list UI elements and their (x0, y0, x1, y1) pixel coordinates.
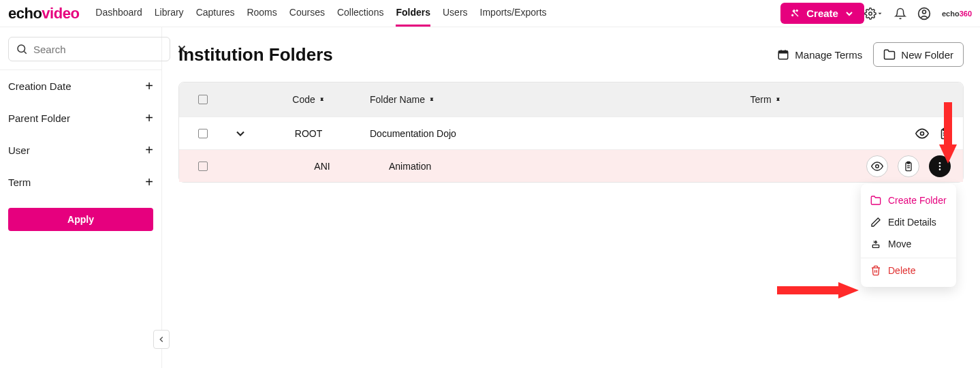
filter-label: Parent Folder (8, 112, 70, 124)
filter-parent-folder[interactable]: Parent Folder + (0, 102, 161, 134)
filter-creation-date[interactable]: Creation Date + (0, 70, 161, 102)
menu-label: Move (888, 239, 911, 249)
cell-code: ANI (261, 161, 356, 172)
more-vertical-icon (934, 161, 945, 172)
row-checkbox[interactable] (198, 162, 208, 171)
new-folder-button[interactable]: New Folder (873, 42, 964, 67)
nav-collections[interactable]: Collections (337, 0, 383, 27)
main-header: Institution Folders Manage Terms New Fol… (178, 42, 964, 67)
annotation-arrow-right-icon (777, 281, 859, 300)
nav-library[interactable]: Library (155, 0, 184, 27)
search-box[interactable] (8, 37, 170, 61)
create-button[interactable]: Create (780, 3, 864, 24)
filter-term[interactable]: Term + (0, 166, 161, 198)
svg-point-23 (939, 165, 941, 167)
logo[interactable]: echovideo (8, 5, 79, 22)
folder-icon (883, 48, 896, 61)
table-row: ROOT Documentation Dojo (179, 117, 963, 149)
settings-button[interactable] (864, 7, 883, 20)
view-button[interactable] (915, 127, 929, 140)
manage-terms-label: Manage Terms (795, 49, 862, 61)
svg-point-3 (922, 10, 926, 14)
plus-icon: + (145, 78, 153, 94)
create-label: Create (806, 7, 838, 19)
header-actions: Manage Terms New Folder (777, 42, 964, 67)
plus-icon: + (145, 110, 153, 126)
user-circle-icon (917, 7, 931, 20)
manage-terms-button[interactable]: Manage Terms (777, 48, 862, 61)
pencil-icon (870, 217, 881, 228)
svg-marker-31 (838, 282, 859, 298)
caret-down-icon (876, 10, 883, 17)
svg-rect-14 (943, 128, 947, 130)
gear-icon (864, 7, 876, 20)
svg-line-5 (24, 51, 26, 53)
svg-rect-19 (907, 162, 910, 164)
search-input[interactable] (33, 44, 163, 55)
view-button[interactable] (866, 155, 888, 177)
column-code[interactable]: Code ▲▼ (292, 94, 324, 105)
filter-label: User (8, 144, 30, 156)
main-content: Institution Folders Manage Terms New Fol… (162, 27, 980, 368)
svg-marker-1 (878, 12, 881, 14)
svg-point-4 (18, 45, 25, 52)
new-folder-label: New Folder (901, 49, 953, 61)
column-folder-name[interactable]: Folder Name ▲▼ (370, 94, 434, 105)
row-actions-menu: Create Folder Edit Details Move Del (861, 184, 956, 287)
menu-move[interactable]: Move (861, 233, 956, 255)
top-nav: echovideo Dashboard Library Captures Roo… (0, 0, 980, 27)
nav-courses[interactable]: Courses (289, 0, 325, 27)
move-icon (870, 239, 881, 249)
select-all-checkbox[interactable] (198, 95, 208, 104)
menu-delete[interactable]: Delete (861, 258, 956, 281)
sidebar: Creation Date + Parent Folder + User + T… (0, 27, 162, 368)
folders-table: Code ▲▼ Folder Name ▲▼ Term ▲▼ (178, 82, 964, 183)
cell-code: ROOT (261, 128, 356, 139)
column-term[interactable]: Term ▲▼ (750, 94, 780, 105)
svg-rect-9 (779, 51, 789, 54)
svg-point-22 (939, 162, 941, 164)
filter-label: Term (8, 177, 31, 188)
more-button[interactable] (929, 155, 951, 177)
svg-point-24 (939, 168, 941, 170)
svg-point-12 (921, 132, 924, 135)
cell-folder-name[interactable]: Animation (356, 161, 711, 172)
menu-create-folder[interactable]: Create Folder (861, 189, 956, 211)
expand-button[interactable] (234, 127, 247, 140)
nav-users[interactable]: Users (443, 0, 468, 27)
nav-dashboard[interactable]: Dashboard (95, 0, 142, 27)
page-title: Institution Folders (178, 44, 333, 65)
apply-label: Apply (67, 214, 94, 225)
nav-imports-exports[interactable]: Imports/Exports (480, 0, 547, 27)
cell-folder-name[interactable]: Documentation Dojo (356, 128, 711, 139)
clipboard-icon (938, 127, 951, 140)
plus-icon: + (145, 142, 153, 158)
menu-label: Edit Details (888, 217, 936, 228)
clipboard-button[interactable] (898, 155, 919, 177)
chevron-down-icon (234, 127, 247, 140)
clipboard-button[interactable] (938, 127, 951, 140)
filter-label: Creation Date (8, 80, 72, 92)
menu-edit-details[interactable]: Edit Details (861, 211, 956, 233)
logo-echo: echo (8, 5, 42, 22)
chevron-down-icon (844, 8, 855, 19)
nav-folders[interactable]: Folders (396, 0, 430, 27)
apply-button[interactable]: Apply (8, 208, 153, 231)
bell-icon (894, 7, 906, 20)
nav-rooms[interactable]: Rooms (247, 0, 276, 27)
notifications-button[interactable] (894, 7, 906, 20)
folder-icon (870, 195, 881, 206)
eye-icon (871, 160, 883, 172)
search-wrap (0, 27, 161, 70)
nav-right: echo360 (864, 7, 972, 20)
search-icon (16, 43, 28, 55)
row-checkbox[interactable] (198, 129, 208, 138)
account-button[interactable] (917, 7, 931, 20)
svg-point-17 (876, 164, 879, 168)
filter-user[interactable]: User + (0, 134, 161, 166)
nav-items: Dashboard Library Captures Rooms Courses… (95, 0, 770, 27)
svg-point-26 (874, 241, 874, 241)
plus-icon: + (145, 174, 153, 190)
svg-point-0 (869, 12, 872, 15)
nav-captures[interactable]: Captures (196, 0, 235, 27)
